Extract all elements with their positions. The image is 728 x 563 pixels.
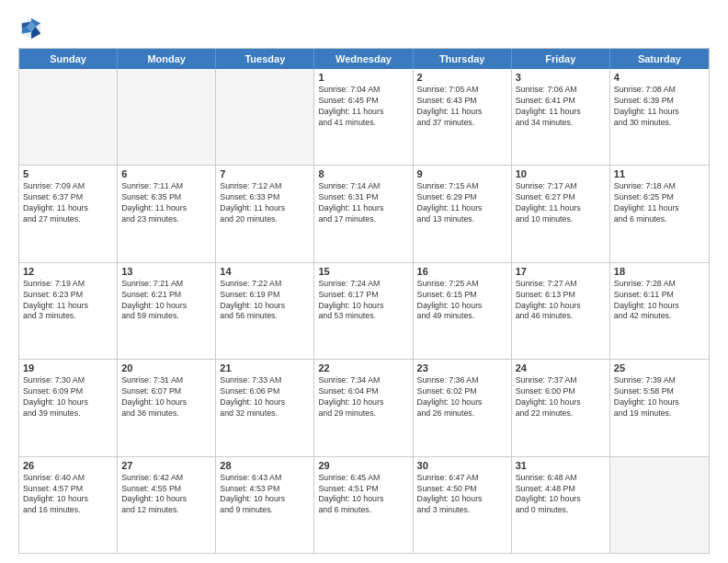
header-day-tuesday: Tuesday [216,49,314,69]
calendar-cell-empty-0-1 [118,69,216,165]
calendar-cell-29: 29Sunrise: 6:45 AM Sunset: 4:51 PM Dayli… [314,457,413,553]
calendar-row-1: 5Sunrise: 7:09 AM Sunset: 6:37 PM Daylig… [19,165,709,261]
calendar-cell-3: 3Sunrise: 7:06 AM Sunset: 6:41 PM Daylig… [512,69,610,165]
header-day-friday: Friday [512,49,610,69]
calendar-cell-1: 1Sunrise: 7:04 AM Sunset: 6:45 PM Daylig… [314,69,413,165]
day-number-12: 12 [23,266,113,277]
calendar-cell-26: 26Sunrise: 6:40 AM Sunset: 4:57 PM Dayli… [19,457,118,553]
cell-info-25: Sunrise: 7:39 AM Sunset: 5:58 PM Dayligh… [614,375,705,419]
day-number-6: 6 [121,168,211,179]
cell-info-9: Sunrise: 7:15 AM Sunset: 6:29 PM Dayligh… [417,181,507,225]
day-number-9: 9 [417,168,507,179]
calendar-cell-empty-0-2 [216,69,314,165]
day-number-25: 25 [614,362,705,373]
day-number-11: 11 [614,168,705,179]
cell-info-8: Sunrise: 7:14 AM Sunset: 6:31 PM Dayligh… [318,181,408,225]
cell-info-19: Sunrise: 7:30 AM Sunset: 6:09 PM Dayligh… [23,375,113,419]
cell-info-26: Sunrise: 6:40 AM Sunset: 4:57 PM Dayligh… [23,473,113,517]
cell-info-10: Sunrise: 7:17 AM Sunset: 6:27 PM Dayligh… [516,181,606,225]
calendar-cell-10: 10Sunrise: 7:17 AM Sunset: 6:27 PM Dayli… [512,166,610,261]
cell-info-31: Sunrise: 6:48 AM Sunset: 4:48 PM Dayligh… [516,473,606,517]
day-number-10: 10 [516,168,606,179]
day-number-30: 30 [417,460,507,471]
day-number-26: 26 [23,460,113,471]
page: SundayMondayTuesdayWednesdayThursdayFrid… [0,0,728,563]
calendar-cell-2: 2Sunrise: 7:05 AM Sunset: 6:43 PM Daylig… [414,69,512,165]
cell-info-29: Sunrise: 6:45 AM Sunset: 4:51 PM Dayligh… [318,473,408,517]
cell-info-13: Sunrise: 7:21 AM Sunset: 6:21 PM Dayligh… [121,279,211,323]
header-day-wednesday: Wednesday [314,49,413,69]
calendar-cell-12: 12Sunrise: 7:19 AM Sunset: 6:23 PM Dayli… [19,263,118,359]
cell-info-15: Sunrise: 7:24 AM Sunset: 6:17 PM Dayligh… [318,279,408,323]
cell-info-4: Sunrise: 7:08 AM Sunset: 6:39 PM Dayligh… [614,85,705,129]
cell-info-18: Sunrise: 7:28 AM Sunset: 6:11 PM Dayligh… [614,279,705,323]
cell-info-12: Sunrise: 7:19 AM Sunset: 6:23 PM Dayligh… [23,279,113,323]
cell-info-5: Sunrise: 7:09 AM Sunset: 6:37 PM Dayligh… [23,181,113,225]
cell-info-11: Sunrise: 7:18 AM Sunset: 6:25 PM Dayligh… [614,181,705,225]
calendar-row-3: 19Sunrise: 7:30 AM Sunset: 6:09 PM Dayli… [19,359,709,455]
cell-info-1: Sunrise: 7:04 AM Sunset: 6:45 PM Dayligh… [318,85,408,129]
day-number-28: 28 [220,460,310,471]
calendar-cell-5: 5Sunrise: 7:09 AM Sunset: 6:37 PM Daylig… [19,166,118,261]
cell-info-27: Sunrise: 6:42 AM Sunset: 4:55 PM Dayligh… [121,473,211,517]
calendar-body: 1Sunrise: 7:04 AM Sunset: 6:45 PM Daylig… [19,69,709,553]
calendar-cell-8: 8Sunrise: 7:14 AM Sunset: 6:31 PM Daylig… [314,166,413,261]
day-number-23: 23 [417,362,507,373]
calendar-cell-17: 17Sunrise: 7:27 AM Sunset: 6:13 PM Dayli… [512,263,610,359]
cell-info-2: Sunrise: 7:05 AM Sunset: 6:43 PM Dayligh… [417,85,507,129]
calendar-cell-15: 15Sunrise: 7:24 AM Sunset: 6:17 PM Dayli… [314,263,413,359]
calendar-cell-empty-0-0 [19,69,118,165]
day-number-20: 20 [121,362,211,373]
calendar-cell-7: 7Sunrise: 7:12 AM Sunset: 6:33 PM Daylig… [216,166,314,261]
cell-info-30: Sunrise: 6:47 AM Sunset: 4:50 PM Dayligh… [417,473,507,517]
day-number-22: 22 [318,362,408,373]
day-number-19: 19 [23,362,113,373]
day-number-2: 2 [417,72,507,83]
calendar-cell-18: 18Sunrise: 7:28 AM Sunset: 6:11 PM Dayli… [610,263,709,359]
day-number-8: 8 [318,168,408,179]
logo [18,15,48,40]
calendar-row-4: 26Sunrise: 6:40 AM Sunset: 4:57 PM Dayli… [19,456,709,553]
day-number-3: 3 [516,72,606,83]
calendar-cell-22: 22Sunrise: 7:34 AM Sunset: 6:04 PM Dayli… [314,360,413,455]
cell-info-16: Sunrise: 7:25 AM Sunset: 6:15 PM Dayligh… [417,279,507,323]
day-number-24: 24 [516,362,606,373]
calendar-cell-27: 27Sunrise: 6:42 AM Sunset: 4:55 PM Dayli… [118,457,216,553]
cell-info-3: Sunrise: 7:06 AM Sunset: 6:41 PM Dayligh… [516,85,606,129]
calendar-cell-13: 13Sunrise: 7:21 AM Sunset: 6:21 PM Dayli… [118,263,216,359]
calendar-cell-31: 31Sunrise: 6:48 AM Sunset: 4:48 PM Dayli… [512,457,610,553]
day-number-18: 18 [614,266,705,277]
cell-info-7: Sunrise: 7:12 AM Sunset: 6:33 PM Dayligh… [220,181,310,225]
header-day-saturday: Saturday [610,49,709,69]
calendar-cell-20: 20Sunrise: 7:31 AM Sunset: 6:07 PM Dayli… [118,360,216,455]
calendar-cell-11: 11Sunrise: 7:18 AM Sunset: 6:25 PM Dayli… [610,166,709,261]
cell-info-23: Sunrise: 7:36 AM Sunset: 6:02 PM Dayligh… [417,375,507,419]
cell-info-24: Sunrise: 7:37 AM Sunset: 6:00 PM Dayligh… [516,375,606,419]
day-number-1: 1 [318,72,408,83]
calendar-row-0: 1Sunrise: 7:04 AM Sunset: 6:45 PM Daylig… [19,69,709,165]
day-number-7: 7 [220,168,310,179]
day-number-17: 17 [516,266,606,277]
calendar-cell-23: 23Sunrise: 7:36 AM Sunset: 6:02 PM Dayli… [414,360,512,455]
calendar-cell-24: 24Sunrise: 7:37 AM Sunset: 6:00 PM Dayli… [512,360,610,455]
calendar-row-2: 12Sunrise: 7:19 AM Sunset: 6:23 PM Dayli… [19,262,709,359]
day-number-14: 14 [220,266,310,277]
calendar-cell-9: 9Sunrise: 7:15 AM Sunset: 6:29 PM Daylig… [414,166,512,261]
header-day-sunday: Sunday [19,49,118,69]
cell-info-17: Sunrise: 7:27 AM Sunset: 6:13 PM Dayligh… [516,279,606,323]
day-number-27: 27 [121,460,211,471]
calendar-cell-28: 28Sunrise: 6:43 AM Sunset: 4:53 PM Dayli… [216,457,314,553]
cell-info-14: Sunrise: 7:22 AM Sunset: 6:19 PM Dayligh… [220,279,310,323]
calendar-cell-6: 6Sunrise: 7:11 AM Sunset: 6:35 PM Daylig… [118,166,216,261]
calendar: SundayMondayTuesdayWednesdayThursdayFrid… [18,48,710,554]
header-day-thursday: Thursday [414,49,512,69]
calendar-cell-21: 21Sunrise: 7:33 AM Sunset: 6:06 PM Dayli… [216,360,314,455]
cell-info-21: Sunrise: 7:33 AM Sunset: 6:06 PM Dayligh… [220,375,310,419]
day-number-13: 13 [121,266,211,277]
calendar-cell-25: 25Sunrise: 7:39 AM Sunset: 5:58 PM Dayli… [610,360,709,455]
calendar-header: SundayMondayTuesdayWednesdayThursdayFrid… [19,49,709,69]
day-number-21: 21 [220,362,310,373]
calendar-cell-30: 30Sunrise: 6:47 AM Sunset: 4:50 PM Dayli… [414,457,512,553]
calendar-cell-14: 14Sunrise: 7:22 AM Sunset: 6:19 PM Dayli… [216,263,314,359]
calendar-cell-4: 4Sunrise: 7:08 AM Sunset: 6:39 PM Daylig… [610,69,709,165]
